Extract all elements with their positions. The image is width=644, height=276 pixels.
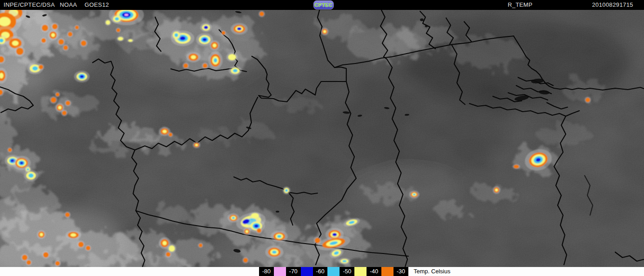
cell-level-y	[128, 39, 133, 42]
storm-cell	[40, 23, 49, 32]
cell-level-y	[71, 233, 76, 236]
cell-level-c	[232, 217, 235, 219]
cell-level-y	[162, 241, 166, 245]
header-bar: INPE/CPTEC/DSA NOAA GOES12 CPTEC R_TEMP …	[0, 0, 644, 10]
storm-cell	[229, 66, 242, 75]
cell-level-o	[16, 48, 23, 55]
cell-level-o	[199, 244, 202, 247]
cell-level-c	[272, 250, 277, 253]
cell-level-y	[495, 189, 498, 191]
cell-level-y	[213, 44, 216, 47]
cell-level-y	[12, 41, 19, 45]
legend-threshold-label: -30	[394, 267, 408, 276]
storm-cell	[85, 245, 92, 252]
cell-level-o	[56, 93, 59, 96]
cell-level-c	[214, 58, 217, 63]
river-mark	[425, 25, 428, 27]
cell-level-o	[22, 255, 27, 260]
cell-level-o	[75, 26, 79, 29]
cell-level-y	[106, 20, 110, 25]
storm-cell	[409, 190, 419, 198]
storm-cell	[165, 251, 172, 258]
storm-cell	[26, 259, 32, 266]
storm-cell	[38, 64, 45, 71]
cell-level-o	[315, 238, 320, 243]
cell-level-o	[169, 133, 172, 136]
cell-level-b	[237, 27, 241, 30]
cell-level-o	[81, 41, 86, 46]
legend-threshold-label: -70	[286, 267, 301, 276]
cell-level-o	[27, 260, 31, 265]
storm-cell	[40, 37, 47, 44]
cell-level-c	[285, 189, 288, 192]
cell-level-b	[254, 224, 258, 227]
storm-cell	[74, 25, 80, 30]
cell-level-o	[514, 165, 519, 168]
cell-level-c	[233, 69, 237, 72]
storm-cell	[192, 142, 200, 149]
cell-level-y	[195, 144, 198, 146]
legend-color-swatch	[274, 267, 286, 276]
cell-level-o	[42, 25, 48, 31]
legend-color-swatch	[354, 267, 367, 276]
storm-cell	[282, 186, 290, 194]
storm-cell	[105, 19, 112, 26]
cell-level-o	[68, 32, 72, 36]
cell-level-c	[115, 17, 119, 20]
temperature-legend: -80-70-60-50-40-30Temp. Celsius	[259, 267, 450, 276]
cell-level-y	[323, 30, 326, 33]
cell-level-o	[66, 101, 70, 105]
agency-label: INPE/CPTEC/DSA	[4, 1, 55, 8]
cptec-logo-text: CPTEC	[315, 2, 333, 8]
river-mark	[420, 18, 424, 21]
storm-cell	[80, 39, 87, 47]
storm-cell	[265, 246, 284, 259]
storm-cell	[116, 36, 124, 41]
storm-cell	[259, 11, 265, 18]
storm-cell	[24, 170, 38, 181]
satellite-label: GOES12	[85, 1, 109, 8]
cell-level-b	[332, 233, 337, 236]
storm-cell	[339, 258, 350, 265]
storm-cell	[64, 212, 71, 218]
cell-level-o	[63, 45, 68, 50]
storm-cell	[14, 46, 25, 56]
cell-level-o	[62, 111, 67, 115]
storm-cell	[7, 147, 13, 153]
cell-level-y	[40, 233, 43, 236]
legend-color-swatch	[381, 267, 394, 276]
storm-cell	[313, 236, 321, 244]
cell-level-y	[162, 130, 166, 133]
cell-level-o	[58, 39, 64, 45]
storm-cell	[168, 132, 173, 137]
cell-level-o	[243, 258, 248, 262]
product-label: R_TEMP	[508, 1, 532, 8]
cell-level-y	[191, 55, 196, 59]
storm-cell	[249, 212, 261, 219]
river-mark	[276, 211, 279, 213]
storm-cell	[186, 52, 201, 62]
storm-cell	[226, 53, 238, 62]
satellite-image	[0, 0, 644, 276]
cell-level-c	[277, 235, 281, 238]
storm-cell	[321, 27, 328, 35]
cell-level-y	[58, 106, 61, 109]
cell-level-c	[28, 173, 33, 177]
cell-level-o	[39, 65, 43, 69]
storm-cell	[49, 96, 57, 104]
cell-level-o	[43, 252, 49, 258]
cell-level-o	[51, 97, 56, 103]
cell-level-o	[586, 98, 590, 102]
storm-cell	[54, 260, 61, 267]
storm-cell	[183, 63, 189, 69]
legend-threshold-label: -80	[259, 267, 274, 276]
storm-cell	[208, 51, 223, 70]
storm-cell	[198, 243, 203, 248]
legend-threshold-label: -40	[367, 267, 381, 276]
storm-cell	[171, 30, 181, 40]
cell-level-y	[51, 33, 55, 37]
storm-cell	[231, 23, 248, 35]
cell-level-o	[222, 31, 225, 35]
cell-level-o	[55, 261, 60, 266]
cell-level-o	[8, 148, 12, 152]
